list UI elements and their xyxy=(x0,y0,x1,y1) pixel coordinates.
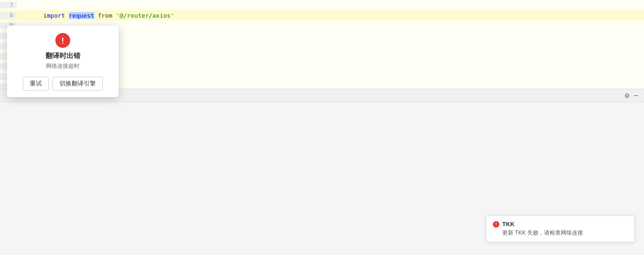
lower-area: ! TKK 更新 TKK 失败，请检查网络连接 xyxy=(0,102,644,255)
settings-icon[interactable]: ⚙ xyxy=(625,91,630,100)
minus-icon[interactable]: − xyxy=(634,91,638,100)
error-buttons: 重试 切换翻译引擎 xyxy=(14,77,111,91)
editor-area: 7 8 import request from '@/router/axios'… xyxy=(0,0,644,102)
tkk-title: TKK xyxy=(502,221,515,228)
retry-button[interactable]: 重试 xyxy=(23,77,49,91)
error-icon: ! xyxy=(55,33,70,48)
error-popup-icon-container: ! xyxy=(14,33,111,48)
code-line-8: 8 import request from '@/router/axios' xyxy=(0,10,644,20)
tkk-header: ! TKK xyxy=(493,221,628,228)
error-popup: ! 翻译时出错 网络连接超时 重试 切换翻译引擎 xyxy=(7,26,119,97)
error-title: 翻译时出错 xyxy=(14,52,111,60)
tkk-message: 更新 TKK 失败，请检查网络连接 xyxy=(493,229,628,237)
switch-engine-button[interactable]: 切换翻译引擎 xyxy=(53,77,103,91)
line-number: 7 xyxy=(0,2,17,8)
line-content: import request from '@/router/axios' xyxy=(17,5,174,26)
tkk-notification: ! TKK 更新 TKK 失败，请检查网络连接 xyxy=(486,216,635,242)
line-number: 8 xyxy=(0,12,17,19)
error-subtitle: 网络连接超时 xyxy=(14,62,111,70)
tkk-error-icon: ! xyxy=(493,221,499,228)
